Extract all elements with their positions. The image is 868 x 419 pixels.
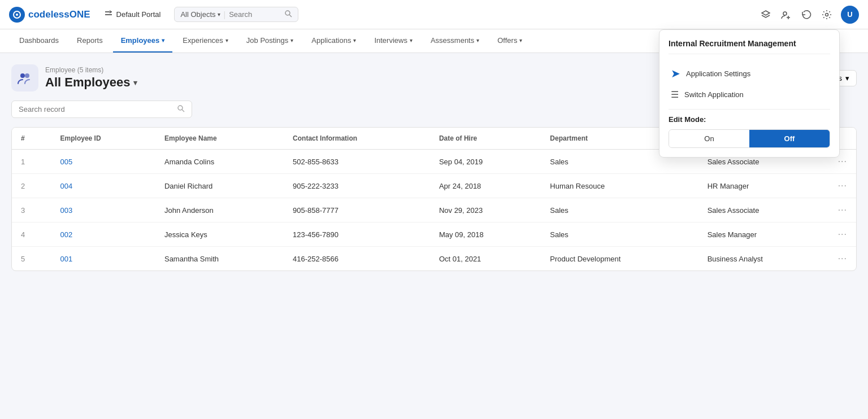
row-department: Product Development: [541, 247, 698, 271]
nav-item-employees[interactable]: Employees ▾: [113, 29, 173, 53]
edit-mode-off-button[interactable]: Off: [749, 130, 830, 147]
all-objects-label[interactable]: All Objects ▾: [180, 10, 220, 19]
row-employee-name: John Anderson: [155, 198, 284, 222]
assessments-chevron-icon: ▾: [476, 37, 479, 43]
global-search: All Objects ▾ |: [174, 7, 298, 22]
search-record-input[interactable]: [19, 105, 172, 114]
table-row: 4 002 Jessica Keys 123-456-7890 May 09, …: [12, 222, 856, 247]
app-settings-popup: Internal Recruitment Management ➤ Applic…: [659, 29, 840, 158]
search-record-icon: [177, 104, 185, 114]
logo-text: codelessONE: [28, 9, 90, 20]
nav-item-offers[interactable]: Offers ▾: [489, 29, 530, 53]
row-department: Sales: [541, 198, 698, 222]
logo: codelessONE: [9, 7, 90, 23]
row-job-title: Sales Associate: [698, 198, 829, 222]
row-actions-button[interactable]: ···: [838, 181, 847, 191]
row-num: 3: [12, 198, 51, 222]
settings-icon[interactable]: [821, 8, 833, 21]
row-num: 5: [12, 247, 51, 271]
user-add-icon[interactable]: [780, 8, 792, 21]
row-department: Human Resouce: [541, 174, 698, 198]
row-employee-id[interactable]: 005: [51, 150, 155, 174]
row-employee-name: Samantha Smith: [155, 247, 284, 271]
svg-point-1: [16, 14, 18, 16]
avatar[interactable]: U: [841, 6, 859, 24]
row-actions-button[interactable]: ···: [838, 156, 847, 167]
topbar-actions: U: [760, 6, 859, 24]
employees-chevron-icon: ▾: [162, 37, 164, 43]
row-employee-id[interactable]: 003: [51, 198, 155, 222]
row-hire-date: Nov 29, 2023: [430, 198, 541, 222]
row-actions-cell: ···: [829, 247, 856, 271]
show-as-chevron-icon: ▾: [845, 74, 849, 82]
row-actions-button[interactable]: ···: [838, 205, 847, 215]
table-row: 2 004 Daniel Richard 905-222-3233 Apr 24…: [12, 174, 856, 198]
search-icon: [284, 10, 292, 19]
application-settings-label: Application Settings: [686, 69, 750, 78]
applications-chevron-icon: ▾: [353, 37, 356, 43]
row-num: 4: [12, 222, 51, 247]
row-employee-id[interactable]: 001: [51, 247, 155, 271]
edit-mode-section: Edit Mode: On Off: [669, 115, 830, 148]
svg-point-17: [178, 106, 183, 110]
row-actions-cell: ···: [829, 174, 856, 198]
nav-item-experiences[interactable]: Experiences ▾: [175, 29, 236, 53]
job-postings-chevron-icon: ▾: [290, 37, 293, 43]
history-icon[interactable]: [800, 8, 813, 21]
search-input[interactable]: [229, 10, 281, 19]
row-job-title: Sales Manager: [698, 222, 829, 247]
edit-mode-label: Edit Mode:: [669, 115, 830, 124]
table-row: 3 003 John Anderson 905-858-7777 Nov 29,…: [12, 198, 856, 222]
menu-icon: ☰: [671, 89, 679, 100]
row-num: 2: [12, 174, 51, 198]
portal-button[interactable]: Default Portal: [99, 8, 166, 21]
row-hire-date: Apr 24, 2018: [430, 174, 541, 198]
content-title-chevron-icon: ▾: [133, 78, 137, 87]
svg-point-10: [826, 13, 828, 16]
switch-application-item[interactable]: ☰ Switch Application: [669, 85, 830, 104]
nav-item-interviews[interactable]: Interviews ▾: [366, 29, 420, 53]
interviews-chevron-icon: ▾: [410, 37, 413, 43]
svg-point-4: [285, 11, 290, 15]
table-row: 5 001 Samantha Smith 416-252-8566 Oct 01…: [12, 247, 856, 271]
row-actions-button[interactable]: ···: [838, 229, 847, 239]
row-job-title: Business Analyst: [698, 247, 829, 271]
row-num: 1: [12, 150, 51, 174]
svg-line-18: [182, 110, 184, 112]
row-hire-date: Oct 01, 2021: [430, 247, 541, 271]
logo-icon: [9, 7, 25, 23]
layers-icon[interactable]: [760, 8, 772, 21]
svg-line-5: [289, 15, 292, 17]
row-employee-name: Jessica Keys: [155, 222, 284, 247]
col-hire-date[interactable]: Date of Hire: [430, 128, 541, 150]
row-actions-cell: ···: [829, 198, 856, 222]
row-employee-name: Amanda Colins: [155, 150, 284, 174]
col-employee-id[interactable]: Employee ID: [51, 128, 155, 150]
svg-marker-6: [762, 11, 770, 15]
offers-chevron-icon: ▾: [519, 37, 522, 43]
nav-item-job-postings[interactable]: Job Postings ▾: [238, 29, 301, 53]
row-hire-date: May 09, 2018: [430, 222, 541, 247]
row-job-title: HR Manager: [698, 174, 829, 198]
nav-item-assessments[interactable]: Assessments ▾: [423, 29, 487, 53]
row-contact: 416-252-8566: [284, 247, 430, 271]
employees-icon: [11, 64, 38, 91]
col-employee-name[interactable]: Employee Name: [155, 128, 284, 150]
popup-divider: [669, 109, 830, 110]
row-contact: 502-855-8633: [284, 150, 430, 174]
svg-point-12: [25, 73, 29, 78]
edit-mode-on-button[interactable]: On: [669, 130, 749, 147]
edit-mode-toggle: On Off: [669, 129, 830, 148]
nav-item-reports[interactable]: Reports: [69, 29, 111, 53]
row-actions-button[interactable]: ···: [838, 254, 847, 264]
arrow-icon: ➤: [671, 67, 680, 80]
row-employee-name: Daniel Richard: [155, 174, 284, 198]
application-settings-item[interactable]: ➤ Application Settings: [669, 62, 830, 85]
nav-item-dashboards[interactable]: Dashboards: [11, 29, 67, 53]
row-contact: 123-456-7890: [284, 222, 430, 247]
col-contact[interactable]: Contact Information: [284, 128, 430, 150]
row-department: Sales: [541, 222, 698, 247]
row-employee-id[interactable]: 002: [51, 222, 155, 247]
nav-item-applications[interactable]: Applications ▾: [303, 29, 364, 53]
row-employee-id[interactable]: 004: [51, 174, 155, 198]
